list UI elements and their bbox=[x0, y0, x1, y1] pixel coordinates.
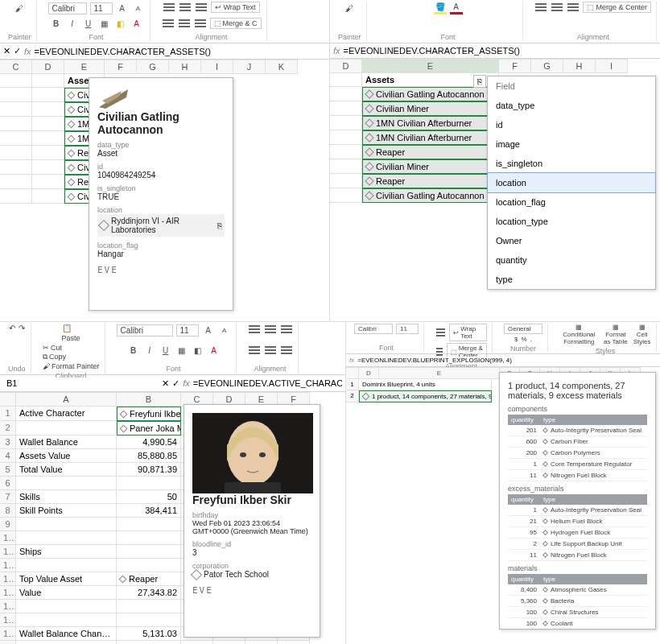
align-left-icon[interactable] bbox=[162, 18, 175, 29]
cell[interactable]: 27,343.82 bbox=[117, 586, 181, 600]
cell[interactable]: Wallet Balance bbox=[16, 436, 117, 449]
name-box[interactable] bbox=[3, 378, 159, 389]
field-option-Owner[interactable]: Owner bbox=[488, 231, 655, 250]
bold-button[interactable]: B bbox=[50, 18, 63, 31]
cell[interactable]: Total Value bbox=[16, 463, 117, 477]
align-center-icon[interactable] bbox=[178, 18, 191, 29]
asset-cell[interactable]: Civilian Gatling Autocannon bbox=[362, 188, 499, 203]
col-header[interactable]: K bbox=[266, 60, 298, 74]
col-header[interactable]: A bbox=[16, 392, 117, 407]
decrease-font-icon[interactable]: A bbox=[218, 324, 231, 336]
align-icon[interactable] bbox=[534, 2, 547, 13]
wrap-text-button[interactable]: ↩ Wrap Text bbox=[449, 324, 487, 341]
comma-icon[interactable]: , bbox=[530, 336, 532, 343]
align-right-icon[interactable] bbox=[194, 18, 207, 29]
format-painter-button[interactable]: 🖌 Format Painter bbox=[43, 362, 100, 370]
selected-cell[interactable]: 1 product, 14 components, 27 materials, … bbox=[359, 390, 492, 402]
border-icon[interactable]: ▦ bbox=[175, 345, 188, 357]
field-option-type[interactable]: type bbox=[488, 270, 655, 289]
fill-color-icon[interactable]: ◧ bbox=[114, 18, 127, 31]
cancel-icon[interactable]: ✕ bbox=[3, 46, 10, 56]
asset-cell[interactable]: Civilian Miner bbox=[362, 101, 499, 116]
wrap-text-button[interactable]: ↩ Wrap Text bbox=[211, 2, 259, 13]
italic-button[interactable]: I bbox=[66, 18, 79, 31]
cell[interactable] bbox=[16, 600, 117, 613]
formula-input[interactable] bbox=[193, 378, 342, 388]
cell[interactable] bbox=[117, 531, 181, 545]
paste-button[interactable]: Paste bbox=[62, 334, 80, 342]
asset-cell[interactable]: Civilian Gatling Autocannon bbox=[362, 87, 499, 101]
redo-icon[interactable]: ↷ bbox=[19, 324, 25, 332]
percent-icon[interactable]: % bbox=[522, 336, 527, 343]
underline-button[interactable]: U bbox=[82, 18, 95, 31]
cell[interactable] bbox=[16, 613, 117, 627]
align-icon[interactable] bbox=[567, 2, 580, 13]
cell[interactable]: Assets Value bbox=[16, 449, 117, 463]
asset-cell[interactable]: Civilian Miner bbox=[362, 159, 499, 174]
card-extract-icon[interactable]: ⎘ bbox=[473, 75, 486, 88]
field-option-id[interactable]: id bbox=[488, 115, 655, 134]
font-color-icon[interactable]: A bbox=[130, 18, 143, 31]
decrease-font-icon[interactable]: A bbox=[132, 2, 145, 14]
merge-button[interactable]: ⬚ Merge & C bbox=[210, 18, 262, 29]
format-painter-icon[interactable]: 🖌 bbox=[343, 2, 356, 14]
field-option-location[interactable]: location bbox=[487, 172, 656, 193]
col-header[interactable]: E bbox=[379, 367, 500, 379]
currency-icon[interactable]: $ bbox=[514, 336, 518, 343]
align-icon[interactable] bbox=[264, 345, 277, 356]
cell[interactable] bbox=[117, 477, 181, 490]
cut-button[interactable]: ✂ Cut bbox=[43, 344, 63, 352]
col-header[interactable]: H bbox=[563, 59, 596, 73]
fill-color-icon[interactable]: ◧ bbox=[192, 345, 204, 357]
font-name-select[interactable]: Calibri bbox=[354, 324, 393, 334]
format-painter-icon[interactable]: 🖌 bbox=[13, 2, 26, 14]
undo-icon[interactable]: ↶ bbox=[9, 324, 15, 332]
field-option-location_type[interactable]: location_type bbox=[488, 212, 655, 231]
col-header[interactable]: F bbox=[499, 59, 531, 73]
align-top-icon[interactable] bbox=[163, 2, 175, 13]
cell[interactable] bbox=[117, 600, 181, 613]
align-icon[interactable] bbox=[248, 345, 261, 356]
paste-icon[interactable]: 📋 bbox=[62, 324, 72, 332]
col-header[interactable]: E bbox=[362, 59, 499, 73]
cell[interactable]: Dominix Blueprint, 4 units bbox=[359, 379, 492, 390]
formula-input[interactable] bbox=[357, 357, 657, 364]
col-header[interactable]: G bbox=[531, 59, 563, 73]
location-link[interactable]: Ryddinjorn VI - AIR Laboratories⎘ bbox=[97, 214, 225, 237]
col-header[interactable]: J bbox=[233, 60, 266, 74]
italic-button[interactable]: I bbox=[143, 345, 156, 357]
cell[interactable]: Skill Points bbox=[16, 504, 117, 518]
field-option-is_singleton[interactable]: is_singleton bbox=[488, 154, 655, 173]
merge-button[interactable]: ⬚ Merge & Center bbox=[583, 2, 651, 13]
font-color-icon[interactable]: A bbox=[208, 345, 221, 357]
col-header[interactable]: C bbox=[0, 60, 32, 74]
extract-icon[interactable]: ⎘ bbox=[217, 221, 222, 230]
cell[interactable]: Ships bbox=[16, 545, 117, 559]
cell[interactable]: Wallet Balance Change in 30d bbox=[16, 627, 117, 641]
fx-icon[interactable]: fx bbox=[24, 47, 31, 56]
cell[interactable] bbox=[117, 518, 181, 531]
increase-font-icon[interactable]: A bbox=[202, 324, 215, 336]
align-icon[interactable] bbox=[264, 324, 277, 335]
col-header[interactable]: F bbox=[105, 60, 137, 74]
formula-input[interactable] bbox=[35, 47, 326, 56]
font-size-select[interactable]: 11 bbox=[90, 2, 113, 14]
cell[interactable] bbox=[16, 421, 117, 436]
col-header[interactable]: G bbox=[137, 60, 169, 74]
fx-icon[interactable]: fx bbox=[349, 357, 354, 364]
cell[interactable]: Active Character bbox=[16, 407, 117, 421]
cell[interactable]: Paner Joka Munb bbox=[117, 421, 181, 436]
copy-button[interactable]: ⧉ Copy bbox=[43, 353, 67, 361]
font-size-select[interactable]: 11 bbox=[176, 324, 199, 336]
cell[interactable] bbox=[16, 531, 117, 545]
cell[interactable] bbox=[117, 559, 181, 572]
col-header[interactable]: D bbox=[32, 60, 64, 74]
asset-cell[interactable]: Reaper bbox=[362, 174, 499, 188]
fx-icon[interactable]: fx bbox=[333, 46, 340, 56]
cell[interactable]: Top Value Asset bbox=[16, 572, 117, 586]
align-bottom-icon[interactable] bbox=[195, 2, 208, 13]
conditional-formatting-button[interactable]: ▦Conditional Formatting bbox=[559, 324, 599, 345]
align-icon[interactable] bbox=[280, 324, 293, 335]
col-header[interactable]: H bbox=[169, 60, 201, 74]
cell[interactable]: Skills bbox=[16, 490, 117, 504]
